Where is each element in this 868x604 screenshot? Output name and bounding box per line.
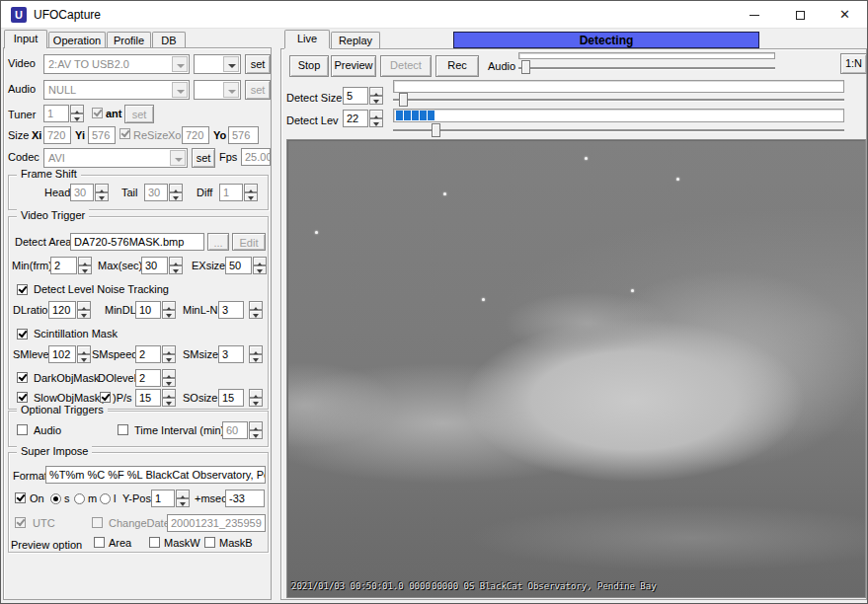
rec-button[interactable]: Rec: [435, 55, 479, 77]
dlratio-spinner[interactable]: [77, 301, 91, 319]
minln-field[interactable]: 3: [218, 301, 244, 319]
minimize-button[interactable]: [732, 1, 777, 29]
max-sec-spinner[interactable]: [169, 257, 183, 274]
tab-profile[interactable]: Profile: [107, 32, 151, 48]
spin-up-icon[interactable]: [369, 110, 383, 118]
detect-lev-field[interactable]: 22: [343, 110, 368, 127]
spin-down-icon[interactable]: [249, 398, 263, 407]
spin-up-icon[interactable]: [162, 389, 176, 398]
ps-field[interactable]: 15: [135, 389, 161, 407]
ypos-field[interactable]: 1: [151, 490, 175, 507]
spin-up-icon[interactable]: [249, 389, 263, 398]
maskw-checkbox[interactable]: [149, 537, 160, 548]
dlratio-field[interactable]: 120: [48, 301, 76, 319]
smlevel-field[interactable]: 102: [48, 345, 76, 363]
spin-down-icon[interactable]: [77, 354, 91, 363]
spin-up-icon[interactable]: [169, 257, 183, 265]
spin-up-icon[interactable]: [176, 490, 190, 498]
video-frame[interactable]: 2021/01/03 00:50:01.0 0000 00000 0S Blac…: [286, 139, 866, 598]
detect-size-slider-thumb[interactable]: [399, 93, 408, 107]
radio-m[interactable]: [74, 493, 85, 504]
smlevel-spinner[interactable]: [77, 345, 91, 363]
ypos-spinner[interactable]: [176, 490, 190, 507]
codec-combo[interactable]: AVI: [43, 148, 188, 168]
spin-down-icon[interactable]: [162, 378, 176, 387]
detect-size-field[interactable]: 5: [343, 87, 368, 105]
format-field[interactable]: %T%m %C %F %L BlackCat Observatory, Pen: [45, 466, 266, 484]
ps-spinner[interactable]: [162, 389, 176, 407]
sosize-field[interactable]: 15: [218, 389, 244, 407]
spin-up-icon[interactable]: [77, 301, 91, 310]
smspeed-spinner[interactable]: [162, 345, 176, 363]
scintillation-checkbox[interactable]: [17, 329, 28, 340]
spin-up-icon[interactable]: [369, 87, 383, 96]
spin-down-icon[interactable]: [253, 265, 267, 274]
area-checkbox[interactable]: [94, 537, 105, 548]
spin-down-icon[interactable]: [162, 310, 176, 319]
spin-up-icon[interactable]: [162, 345, 176, 354]
spin-down-icon[interactable]: [369, 96, 383, 105]
dolevel-field[interactable]: 2: [135, 369, 161, 387]
detect-lev-slider-thumb[interactable]: [432, 123, 440, 137]
detect-size-slider-track[interactable]: [393, 99, 844, 101]
audio-device-combo[interactable]: NULL: [43, 80, 190, 100]
stop-button[interactable]: Stop: [289, 55, 329, 77]
audio-trigger-checkbox[interactable]: [17, 424, 28, 435]
audio-slider-thumb[interactable]: [521, 60, 530, 74]
spin-down-icon[interactable]: [162, 398, 176, 407]
noise-tracking-checkbox[interactable]: [17, 284, 28, 295]
exsize-field[interactable]: 50: [225, 257, 252, 274]
spin-up-icon[interactable]: [77, 345, 91, 354]
maximize-button[interactable]: [777, 1, 823, 29]
mindl-field[interactable]: 10: [135, 301, 161, 319]
video-channel-combo[interactable]: [194, 54, 241, 74]
sosize-spinner[interactable]: [249, 389, 263, 407]
video-device-combo[interactable]: 2:AV TO USB2.0: [43, 54, 190, 74]
preview-button[interactable]: Preview: [331, 55, 376, 77]
msec-field[interactable]: -33: [225, 490, 265, 507]
spin-up-icon[interactable]: [162, 369, 176, 378]
dolevel-spinner[interactable]: [162, 369, 176, 387]
slowobjmask-checkbox[interactable]: [17, 392, 28, 403]
ratio-button[interactable]: 1:N: [840, 53, 867, 74]
close-button[interactable]: ✕: [823, 1, 868, 29]
dropdown-arrow-icon[interactable]: [223, 56, 239, 72]
maskb-checkbox[interactable]: [204, 537, 215, 548]
smsize-field[interactable]: 3: [218, 345, 244, 363]
spin-down-icon[interactable]: [369, 118, 383, 127]
radio-l[interactable]: [100, 493, 111, 504]
tab-live[interactable]: Live: [284, 30, 330, 48]
detect-lev-slider-track[interactable]: [393, 129, 844, 131]
dropdown-arrow-icon[interactable]: [172, 56, 188, 72]
spin-down-icon[interactable]: [78, 265, 92, 274]
radio-s[interactable]: [50, 493, 61, 504]
video-set-button[interactable]: set: [245, 54, 271, 74]
spin-up-icon[interactable]: [78, 257, 92, 265]
dropdown-arrow-icon[interactable]: [170, 150, 186, 166]
exsize-spinner[interactable]: [253, 257, 267, 274]
spin-up-icon[interactable]: [249, 345, 263, 354]
time-interval-checkbox[interactable]: [118, 424, 128, 435]
spin-down-icon[interactable]: [169, 265, 183, 274]
spin-down-icon[interactable]: [249, 310, 263, 319]
spin-down-icon[interactable]: [162, 354, 176, 363]
detect-area-field[interactable]: DA720-576MASK.bmp: [70, 233, 204, 251]
on-checkbox[interactable]: [15, 492, 26, 503]
codec-set-button[interactable]: set: [192, 148, 215, 168]
darkobjmask-checkbox[interactable]: [17, 372, 28, 383]
spin-up-icon[interactable]: [249, 301, 263, 310]
audio-slider-track[interactable]: [518, 67, 775, 69]
min-frm-field[interactable]: 2: [50, 257, 77, 274]
detect-size-spinner[interactable]: [369, 87, 383, 105]
slowobjmask-inner-checkbox[interactable]: [100, 392, 111, 403]
spin-up-icon[interactable]: [253, 257, 267, 265]
max-sec-field[interactable]: 30: [141, 257, 168, 274]
smspeed-field[interactable]: 2: [135, 345, 161, 363]
mindl-spinner[interactable]: [162, 301, 176, 319]
minln-spinner[interactable]: [249, 301, 263, 319]
tab-db[interactable]: DB: [152, 32, 186, 48]
tab-input[interactable]: Input: [4, 30, 47, 48]
spin-up-icon[interactable]: [162, 301, 176, 310]
min-frm-spinner[interactable]: [78, 257, 92, 274]
spin-down-icon[interactable]: [249, 354, 263, 363]
